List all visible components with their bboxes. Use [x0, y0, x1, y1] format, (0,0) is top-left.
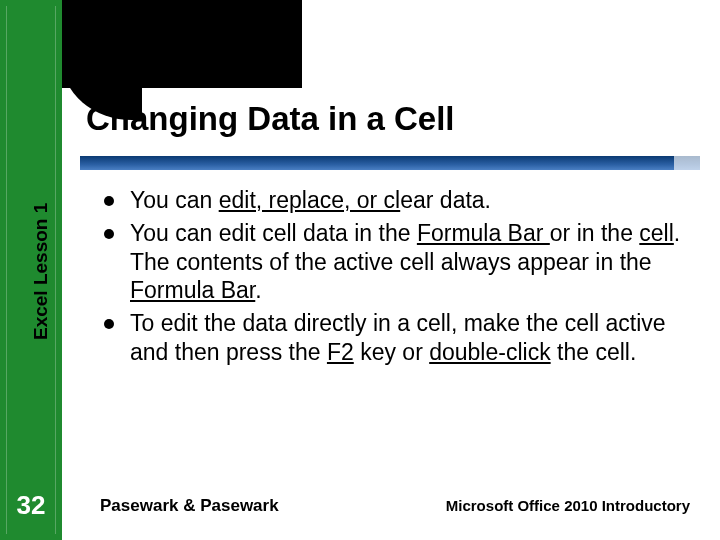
underlined-text: edit, replace, or cl	[219, 187, 401, 213]
page-number: 32	[0, 490, 62, 521]
title-underline-tail	[674, 156, 700, 170]
text-run: or in the	[550, 220, 640, 246]
title-underline	[80, 156, 674, 170]
text-run: ear data.	[400, 187, 491, 213]
underlined-text: double-click	[429, 339, 550, 365]
title-area: Changing Data in a Cell	[80, 100, 700, 170]
underlined-text: F2	[327, 339, 354, 365]
bullet-list: You can edit, replace, or clear data. Yo…	[100, 186, 690, 367]
bullet-item: You can edit, replace, or clear data.	[100, 186, 690, 215]
text-run: key or	[354, 339, 429, 365]
underlined-text: cell	[639, 220, 674, 246]
text-run: .	[255, 277, 261, 303]
underlined-text: Formula Bar	[130, 277, 255, 303]
sidebar-label: Excel Lesson 1	[30, 203, 52, 340]
footer-right: Microsoft Office 2010 Introductory	[446, 497, 690, 514]
bullet-item: To edit the data directly in a cell, mak…	[100, 309, 690, 367]
content-area: You can edit, replace, or clear data. Yo…	[100, 186, 690, 371]
text-run: You can	[130, 187, 219, 213]
slide: Excel Lesson 1 32 Changing Data in a Cel…	[0, 0, 720, 540]
slide-title: Changing Data in a Cell	[80, 100, 700, 138]
footer-left: Pasewark & Pasewark	[100, 496, 279, 516]
bullet-item: You can edit cell data in the Formula Ba…	[100, 219, 690, 305]
footer: Pasewark & Pasewark Microsoft Office 201…	[100, 496, 690, 516]
text-run: the cell.	[551, 339, 637, 365]
text-run: You can edit cell data in the	[130, 220, 417, 246]
underlined-text: Formula Bar	[417, 220, 550, 246]
